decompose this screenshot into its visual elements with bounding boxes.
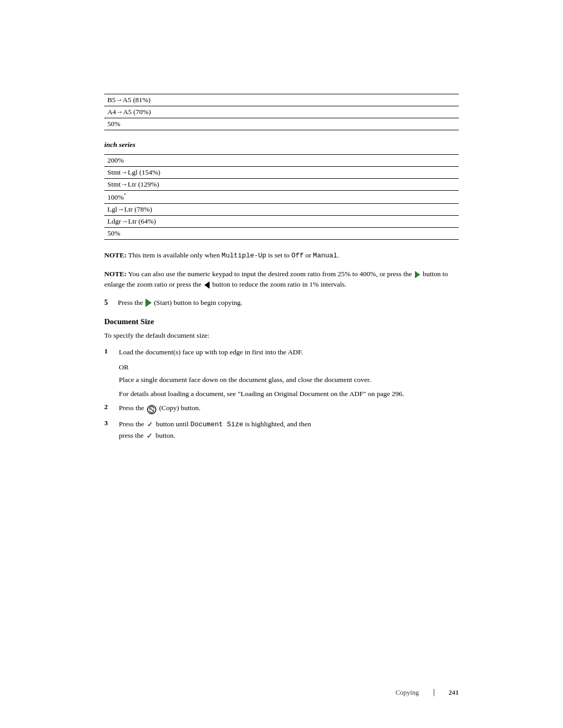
table-row: Lgl→Ltr (78%) bbox=[104, 203, 459, 215]
note1-code2: Off bbox=[291, 252, 303, 260]
footer: Copying 241 bbox=[396, 688, 459, 697]
step3: 3 Press the ✓ button until Document Size… bbox=[104, 419, 459, 442]
step1-content: Load the document(s) face up with top ed… bbox=[119, 347, 459, 358]
step2: 2 Press the (Copy) button. bbox=[104, 403, 459, 414]
note2-text: NOTE: You can also use the numeric keypa… bbox=[104, 269, 459, 290]
note1-code1: Multiple-Up bbox=[222, 252, 266, 260]
checkmark-icon2: ✓ bbox=[146, 430, 153, 442]
note1-code3: Manual bbox=[313, 252, 337, 260]
table-cell: Stmt→Lgl (154%) bbox=[104, 167, 459, 179]
note2-block: NOTE: You can also use the numeric keypa… bbox=[104, 269, 459, 290]
note1-label: NOTE: bbox=[104, 251, 127, 259]
table2-section: 200% Stmt→Lgl (154%) Stmt→Ltr (129%) 100… bbox=[104, 154, 459, 240]
table-cell: B5→A5 (81%) bbox=[104, 94, 459, 106]
step3-press-then: press the bbox=[119, 431, 145, 439]
page: B5→A5 (81%) A4→A5 (70%) 50% inch series … bbox=[0, 0, 563, 728]
step2-main: (Copy) button. bbox=[159, 404, 201, 412]
note2-label: NOTE: bbox=[104, 270, 127, 278]
arrow-right-icon bbox=[415, 271, 420, 278]
step3-press-the: Press the bbox=[119, 420, 144, 428]
table-cell: A4→A5 (70%) bbox=[104, 106, 459, 118]
footer-divider bbox=[434, 689, 434, 696]
step2-content: Press the (Copy) button. bbox=[119, 403, 459, 414]
table-cell: 50% bbox=[104, 227, 459, 239]
step5-content: (Start) button to begin copying. bbox=[154, 299, 242, 306]
table1-section: B5→A5 (81%) A4→A5 (70%) 50% bbox=[104, 94, 459, 130]
step5-number: 5 bbox=[104, 299, 115, 307]
table-row: B5→A5 (81%) bbox=[104, 94, 459, 106]
or-line: OR bbox=[119, 363, 459, 372]
step3-end: button. bbox=[155, 431, 175, 439]
table-cell: 100%* bbox=[104, 191, 459, 204]
footer-page: 241 bbox=[449, 688, 459, 697]
step2-number: 2 bbox=[104, 403, 114, 411]
top-space bbox=[104, 31, 459, 94]
step5: 5 Press the (Start) button to begin copy… bbox=[104, 299, 459, 307]
checkmark-icon: ✓ bbox=[147, 419, 153, 430]
table-row: Stmt→Ltr (129%) bbox=[104, 179, 459, 191]
note1-text: NOTE: This item is available only when M… bbox=[104, 250, 459, 261]
table-cell: Ldgr→Ltr (64%) bbox=[104, 215, 459, 227]
note1-block: NOTE: This item is available only when M… bbox=[104, 250, 459, 261]
table-cell: 50% bbox=[104, 118, 459, 130]
table-row: 100%* bbox=[104, 191, 459, 204]
step5-text: Press the (Start) button to begin copyin… bbox=[118, 299, 242, 307]
asterisk: * bbox=[124, 192, 127, 198]
inch-series-label: inch series bbox=[104, 141, 459, 149]
step2-press-the: Press the bbox=[119, 404, 144, 412]
table-row: Ldgr→Ltr (64%) bbox=[104, 215, 459, 227]
table-row: 50% bbox=[104, 227, 459, 239]
step1: 1 Load the document(s) face up with top … bbox=[104, 347, 459, 358]
table2: 200% Stmt→Lgl (154%) Stmt→Ltr (129%) 100… bbox=[104, 154, 459, 240]
step1-number: 1 bbox=[104, 347, 114, 355]
step1-sub1: Place a single document face down on the… bbox=[119, 375, 459, 386]
table-cell: Stmt→Ltr (129%) bbox=[104, 179, 459, 191]
document-size-heading: Document Size bbox=[104, 317, 459, 326]
step1-sub2: For details about loading a document, se… bbox=[119, 389, 459, 400]
section-intro: To specify the default document size: bbox=[104, 331, 459, 340]
table-row: A4→A5 (70%) bbox=[104, 106, 459, 118]
table-row: Stmt→Lgl (154%) bbox=[104, 167, 459, 179]
step3-until: button until Document Size is highlighte… bbox=[156, 420, 311, 428]
table-cell: 200% bbox=[104, 155, 459, 167]
table1: B5→A5 (81%) A4→A5 (70%) 50% bbox=[104, 94, 459, 130]
step3-content: Press the ✓ button until Document Size i… bbox=[119, 419, 459, 442]
start-arrow-icon bbox=[145, 299, 152, 307]
step1-main: Load the document(s) face up with top ed… bbox=[119, 348, 303, 356]
step3-code: Document Size bbox=[190, 421, 243, 428]
table-row: 200% bbox=[104, 155, 459, 167]
arrow-left-icon bbox=[204, 281, 210, 289]
table-cell: Lgl→Ltr (78%) bbox=[104, 203, 459, 215]
table-row: 50% bbox=[104, 118, 459, 130]
step5-press-the: Press the bbox=[118, 299, 143, 306]
footer-section: Copying bbox=[396, 688, 419, 697]
step3-number: 3 bbox=[104, 419, 114, 427]
copy-icon bbox=[146, 404, 157, 413]
